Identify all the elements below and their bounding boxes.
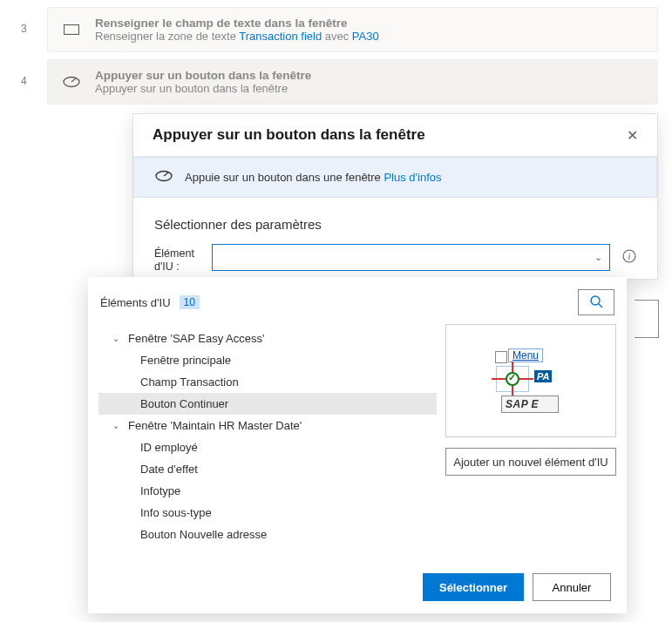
action-dialog: Appuyer sur un bouton dans la fenêtre ✕ … [132,113,658,280]
tree-item[interactable]: Fenêtre principale [98,349,437,371]
count-badge: 10 [180,295,200,309]
svg-rect-0 [64,25,79,35]
search-button[interactable] [578,289,614,315]
tree-item[interactable]: ID employé [98,436,437,458]
step-value: PA30 [352,30,379,43]
preview-box: Menu PA SAP E [445,324,616,437]
tree-item-bouton-continuer[interactable]: Bouton Continuer [98,393,437,415]
more-info-link[interactable]: Plus d'infos [384,171,441,184]
chevron-down-icon: ⌄ [594,252,602,263]
section-title: Sélectionner des paramètres [154,217,636,232]
step-subtitle: Appuyer sur un bouton dans la fenêtre [95,82,643,95]
step-card[interactable]: Appuyer sur un bouton dans la fenêtre Ap… [47,59,658,105]
picker-body: ⌄ Fenêtre 'SAP Easy Access' Fenêtre prin… [88,324,627,561]
step-number: 3 [21,7,31,35]
step-title: Appuyer sur un bouton dans la fenêtre [95,69,643,82]
add-ui-element-button[interactable]: Ajouter un nouvel élément d'IU [445,448,616,476]
chevron-down-icon: ⌄ [112,334,121,343]
step-content: Appuyer sur un bouton dans la fenêtre Ap… [95,69,643,95]
info-bar: Appuie sur un bouton dans une fenêtre Pl… [133,157,657,198]
check-icon [506,372,519,386]
preview-column: Menu PA SAP E Ajouter un nouvel élément … [445,324,616,561]
transaction-field-link[interactable]: Transaction field [239,30,322,43]
preview-pa-label: PA [534,370,552,382]
params-section: Sélectionner des paramètres Élément d'IU… [133,198,657,279]
button-press-icon [155,170,173,185]
button-press-icon [62,74,81,90]
search-icon [589,294,603,311]
info-text: Appuie sur un bouton dans une fenêtre Pl… [185,171,441,184]
tree-window-sap-easy-access[interactable]: ⌄ Fenêtre 'SAP Easy Access' [98,328,437,349]
cancel-button[interactable]: Annuler [533,573,611,601]
picker-title: Éléments d'IU [100,296,171,309]
tree-item[interactable]: Bouton Nouvelle adresse [98,524,437,545]
step-number: 4 [21,59,31,87]
tree-item[interactable]: Date d'effet [98,458,437,480]
step-3: 3 Renseigner le champ de texte dans la f… [0,7,672,59]
partial-button [635,300,659,338]
textbox-icon [62,22,81,37]
step-title: Renseigner le champ de texte dans la fen… [95,17,643,30]
preview-menu-label: Menu [508,348,543,362]
tree-item[interactable]: Infotype [98,480,437,502]
param-label: Élément d'IU : [154,244,200,274]
preview-sap-label: SAP E [501,396,559,413]
select-button[interactable]: Sélectionner [423,573,524,601]
svg-text:i: i [628,251,630,261]
dialog-title: Appuyer sur un bouton dans la fenêtre [153,126,425,144]
close-icon: ✕ [627,128,638,143]
preview-thumbnail: Menu PA SAP E [496,347,566,415]
ui-element-select[interactable]: ⌄ [212,244,610,271]
step-content: Renseigner le champ de texte dans la fen… [95,17,643,43]
ui-element-picker: Éléments d'IU 10 ⌄ Fenêtre 'SAP Easy Acc… [88,277,627,613]
info-icon[interactable]: i [622,249,636,266]
picker-header: Éléments d'IU 10 [88,277,627,324]
close-button[interactable]: ✕ [627,127,638,144]
picker-footer: Sélectionner Annuler [88,561,627,613]
ui-tree: ⌄ Fenêtre 'SAP Easy Access' Fenêtre prin… [98,324,437,561]
tree-item[interactable]: Champ Transaction [98,371,437,393]
step-card[interactable]: Renseigner le champ de texte dans la fen… [47,7,658,52]
chevron-down-icon: ⌄ [112,421,121,430]
tree-item[interactable]: Info sous-type [98,502,437,524]
step-list: 3 Renseigner le champ de texte dans la f… [0,0,672,112]
svg-point-7 [591,296,600,305]
step-4: 4 Appuyer sur un bouton dans la fenêtre … [0,59,672,112]
preview-target-highlight [496,366,529,392]
tree-window-maintain-hr[interactable]: ⌄ Fenêtre 'Maintain HR Master Date' [98,415,437,436]
step-subtitle: Renseigner la zone de texte Transaction … [95,30,643,43]
param-row: Élément d'IU : ⌄ i [154,244,636,274]
svg-line-4 [164,172,168,176]
dialog-header: Appuyer sur un bouton dans la fenêtre ✕ [133,114,657,157]
svg-line-2 [71,78,76,82]
svg-line-8 [599,304,602,308]
